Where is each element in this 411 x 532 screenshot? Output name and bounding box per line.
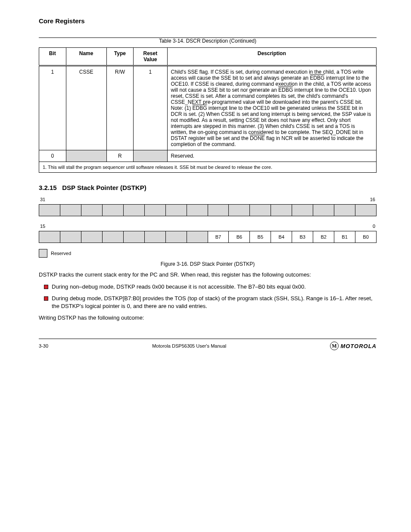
subsection-heading: 3.2.15 DSP Stack Pointer (DSTKP) (39, 184, 377, 191)
bit-b3: B3 (292, 231, 313, 243)
motorola-logo-icon: M (330, 342, 339, 350)
list-item: During non–debug mode, DSTKP reads 0x00 … (44, 283, 377, 291)
bit-row-2-range: 15 0 (39, 222, 377, 230)
motorola-logo-word: MOTOROLA (340, 343, 377, 349)
col-desc: Description (167, 48, 377, 66)
bit-b5: B5 (250, 231, 271, 243)
bullet-list: During non–debug mode, DSTKP reads 0x00 … (39, 283, 377, 310)
cell-bit: 0 (39, 150, 66, 162)
motorola-logo: M MOTOROLA (330, 342, 377, 350)
col-type: Type (106, 48, 134, 66)
subsection-title: DSP Stack Pointer (DSTKP) (62, 184, 146, 191)
cell-type: R (106, 150, 134, 162)
cell-reset-reserved (134, 150, 167, 162)
cell-type: R/W (106, 66, 134, 150)
bit-b1: B1 (334, 231, 355, 243)
bit-b7: B7 (208, 231, 229, 243)
bit-row-2: B7 B6 B5 B4 B3 B2 B1 B0 (39, 231, 377, 243)
footer-doc-title: Motorola DSP56305 User's Manual (152, 343, 226, 348)
table-row: 1 CSSE R/W 1 Child's SSE flag. If CSSE i… (39, 66, 377, 150)
list-item: During debug mode, DSTKP[B7:B0] provides… (44, 295, 377, 310)
bit-row-1 (39, 204, 377, 216)
cell-bit: 1 (39, 66, 66, 150)
table-footnote-row: 1. This will stall the program sequencer… (39, 162, 377, 173)
page-number: 3-30 (39, 343, 48, 348)
cell-name: CSSE (66, 66, 106, 150)
paragraph-2: Writing DSTKP has the following outcome: (39, 314, 377, 322)
cell-desc: Reserved. (167, 150, 377, 162)
bit-b4: B4 (271, 231, 292, 243)
bit-b0: B0 (355, 231, 377, 243)
col-bit: Bit (39, 48, 66, 66)
legend-swatch (39, 249, 47, 258)
bit-row-1-range: 31 16 (39, 196, 377, 203)
table-header-row: Bit Name Type Reset Value Description (39, 48, 377, 66)
page-section-title: Core Registers (39, 17, 377, 25)
bit-b2: B2 (313, 231, 334, 243)
footer: 3-30 Motorola DSP56305 User's Manual M M… (39, 339, 377, 350)
dscr-table: Bit Name Type Reset Value Description 1 … (39, 47, 377, 173)
col-name: Name (66, 48, 106, 66)
col-reset: Reset Value (134, 48, 167, 66)
subsection-number: 3.2.15 (39, 184, 57, 191)
bit-b6: B6 (229, 231, 250, 243)
paragraph-1: DSTKP tracks the current stack entry for… (39, 271, 377, 279)
figure-caption: Figure 3-16. DSP Stack Pointer (DSTKP) (39, 261, 377, 267)
table-footnote: 1. This will stall the program sequencer… (39, 162, 377, 173)
cell-reset: 1 (134, 66, 167, 150)
legend-label: Reserved (51, 251, 71, 256)
table-caption: Table 3-14. DSCR Description (Continued) (39, 38, 377, 44)
table-row: 0 R Reserved. (39, 150, 377, 162)
cell-name-reserved (66, 150, 106, 162)
legend: Reserved (39, 249, 377, 258)
cell-desc: Child's SSE flag. If CSSE is set, during… (167, 66, 377, 150)
